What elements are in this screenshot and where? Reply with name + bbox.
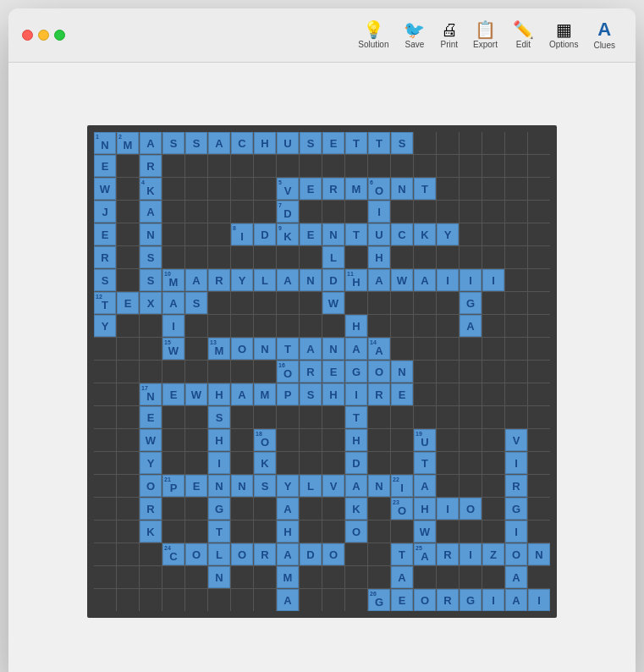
grid-cell[interactable]: O: [140, 475, 162, 497]
grid-cell[interactable]: T: [345, 223, 367, 245]
grid-cell[interactable]: [528, 269, 550, 291]
grid-cell[interactable]: I: [368, 201, 390, 223]
grid-cell[interactable]: [368, 292, 390, 314]
grid-cell[interactable]: A: [505, 589, 527, 611]
grid-cell[interactable]: I: [460, 269, 482, 291]
grid-cell[interactable]: [322, 315, 344, 337]
grid-cell[interactable]: [482, 361, 504, 383]
grid-cell[interactable]: [414, 338, 436, 360]
grid-cell[interactable]: Y: [140, 452, 162, 474]
grid-cell[interactable]: [254, 155, 276, 177]
grid-cell[interactable]: [300, 566, 322, 588]
grid-cell[interactable]: [117, 361, 139, 383]
grid-cell[interactable]: [231, 178, 253, 200]
grid-cell[interactable]: [117, 589, 139, 611]
grid-cell[interactable]: 23O: [391, 498, 413, 520]
grid-cell[interactable]: A: [140, 201, 162, 223]
grid-cell[interactable]: W: [140, 429, 162, 451]
grid-cell[interactable]: [482, 315, 504, 337]
grid-cell[interactable]: [300, 155, 322, 177]
grid-cell[interactable]: L: [322, 246, 344, 268]
grid-cell[interactable]: [185, 406, 207, 428]
grid-cell[interactable]: S: [162, 132, 184, 154]
grid-cell[interactable]: [528, 223, 550, 245]
grid-cell[interactable]: [391, 406, 413, 428]
grid-cell[interactable]: 1N: [94, 132, 116, 154]
grid-cell[interactable]: [528, 132, 550, 154]
grid-cell[interactable]: [345, 566, 367, 588]
grid-cell[interactable]: [254, 566, 276, 588]
grid-cell[interactable]: R: [437, 589, 459, 611]
grid-cell[interactable]: E: [391, 383, 413, 405]
grid-cell[interactable]: [117, 269, 139, 291]
grid-cell[interactable]: [185, 566, 207, 588]
grid-cell[interactable]: [460, 566, 482, 588]
grid-cell[interactable]: [437, 452, 459, 474]
grid-cell[interactable]: N: [300, 269, 322, 291]
grid-cell[interactable]: [414, 132, 436, 154]
grid-cell[interactable]: [162, 155, 184, 177]
grid-cell[interactable]: [460, 338, 482, 360]
export-button[interactable]: 📋 Export: [466, 18, 504, 52]
grid-cell[interactable]: V: [322, 475, 344, 497]
grid-cell[interactable]: [162, 589, 184, 611]
grid-cell[interactable]: 9K: [277, 223, 299, 245]
grid-cell[interactable]: [94, 338, 116, 360]
close-button[interactable]: [22, 30, 33, 41]
grid-cell[interactable]: N: [391, 178, 413, 200]
grid-cell[interactable]: [528, 338, 550, 360]
grid-cell[interactable]: A: [345, 475, 367, 497]
grid-cell[interactable]: O: [322, 543, 344, 565]
grid-cell[interactable]: [437, 201, 459, 223]
grid-cell[interactable]: W: [185, 383, 207, 405]
grid-cell[interactable]: S: [300, 383, 322, 405]
edit-button[interactable]: ✏️ Edit: [506, 18, 541, 52]
grid-cell[interactable]: [162, 361, 184, 383]
grid-cell[interactable]: [482, 429, 504, 451]
grid-cell[interactable]: [277, 429, 299, 451]
grid-cell[interactable]: 4K: [140, 178, 162, 200]
grid-cell[interactable]: A: [345, 338, 367, 360]
grid-cell[interactable]: [345, 543, 367, 565]
grid-cell[interactable]: [254, 315, 276, 337]
grid-cell[interactable]: [277, 155, 299, 177]
grid-cell[interactable]: N: [322, 338, 344, 360]
grid-cell[interactable]: [482, 132, 504, 154]
grid-cell[interactable]: [185, 521, 207, 543]
grid-cell[interactable]: X: [140, 292, 162, 314]
grid-cell[interactable]: I: [460, 543, 482, 565]
grid-cell[interactable]: T: [368, 132, 390, 154]
grid-cell[interactable]: H: [322, 383, 344, 405]
grid-cell[interactable]: N: [368, 475, 390, 497]
grid-cell[interactable]: T: [414, 178, 436, 200]
grid-cell[interactable]: J: [94, 201, 116, 223]
grid-cell[interactable]: I: [505, 521, 527, 543]
grid-cell[interactable]: [254, 589, 276, 611]
grid-cell[interactable]: I: [208, 452, 230, 474]
grid-cell[interactable]: [117, 155, 139, 177]
grid-cell[interactable]: [368, 543, 390, 565]
grid-cell[interactable]: [505, 132, 527, 154]
grid-cell[interactable]: [368, 452, 390, 474]
grid-cell[interactable]: [277, 292, 299, 314]
grid-cell[interactable]: [185, 223, 207, 245]
grid-cell[interactable]: [528, 383, 550, 405]
grid-cell[interactable]: [254, 246, 276, 268]
grid-cell[interactable]: [231, 589, 253, 611]
grid-cell[interactable]: [528, 155, 550, 177]
grid-cell[interactable]: [368, 521, 390, 543]
grid-cell[interactable]: [254, 406, 276, 428]
grid-cell[interactable]: S: [185, 292, 207, 314]
grid-cell[interactable]: [94, 475, 116, 497]
grid-cell[interactable]: [300, 292, 322, 314]
grid-cell[interactable]: [254, 498, 276, 520]
grid-cell[interactable]: [414, 246, 436, 268]
grid-cell[interactable]: R: [505, 475, 527, 497]
grid-cell[interactable]: [208, 589, 230, 611]
grid-cell[interactable]: [208, 223, 230, 245]
grid-cell[interactable]: [482, 223, 504, 245]
grid-cell[interactable]: [231, 566, 253, 588]
grid-cell[interactable]: W: [391, 269, 413, 291]
grid-cell[interactable]: [300, 406, 322, 428]
grid-cell[interactable]: L: [254, 269, 276, 291]
